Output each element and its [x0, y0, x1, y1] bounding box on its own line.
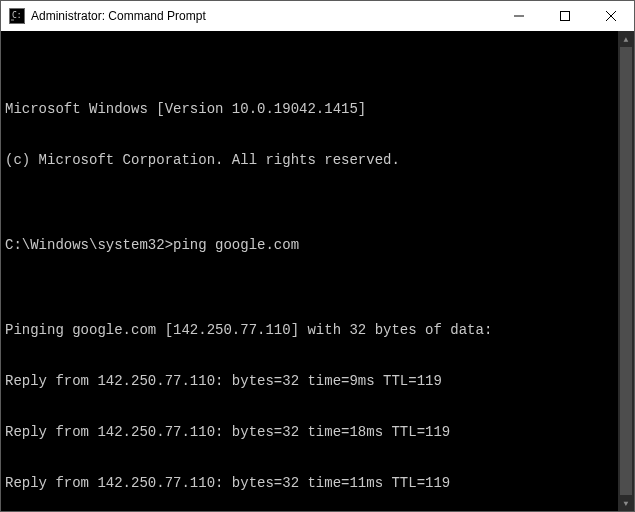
close-button[interactable] [588, 1, 634, 31]
terminal-area[interactable]: Microsoft Windows [Version 10.0.19042.14… [1, 31, 634, 511]
maximize-icon [560, 11, 570, 21]
terminal-line: Microsoft Windows [Version 10.0.19042.14… [5, 101, 630, 118]
svg-rect-3 [561, 12, 570, 21]
scroll-track[interactable] [618, 47, 634, 495]
terminal-line: Reply from 142.250.77.110: bytes=32 time… [5, 424, 630, 441]
minimize-icon [514, 11, 524, 21]
maximize-button[interactable] [542, 1, 588, 31]
command-prompt-window: C: Administrator: Command Prompt Microso… [0, 0, 635, 512]
terminal-line: (c) Microsoft Corporation. All rights re… [5, 152, 630, 169]
scroll-down-button[interactable]: ▼ [618, 495, 634, 511]
terminal-line: Pinging google.com [142.250.77.110] with… [5, 322, 630, 339]
window-title: Administrator: Command Prompt [31, 9, 496, 23]
vertical-scrollbar[interactable]: ▲ ▼ [618, 31, 634, 511]
terminal-line: Reply from 142.250.77.110: bytes=32 time… [5, 373, 630, 390]
titlebar[interactable]: C: Administrator: Command Prompt [1, 1, 634, 31]
cmd-icon: C: [9, 8, 25, 24]
chevron-down-icon: ▼ [624, 495, 629, 512]
minimize-button[interactable] [496, 1, 542, 31]
terminal-line: Reply from 142.250.77.110: bytes=32 time… [5, 475, 630, 492]
scroll-up-button[interactable]: ▲ [618, 31, 634, 47]
window-controls [496, 1, 634, 31]
svg-text:C:: C: [12, 11, 22, 20]
scroll-thumb[interactable] [620, 47, 632, 495]
close-icon [606, 11, 616, 21]
terminal-output: Microsoft Windows [Version 10.0.19042.14… [5, 67, 630, 511]
terminal-line: C:\Windows\system32>ping google.com [5, 237, 630, 254]
chevron-up-icon: ▲ [624, 31, 629, 48]
